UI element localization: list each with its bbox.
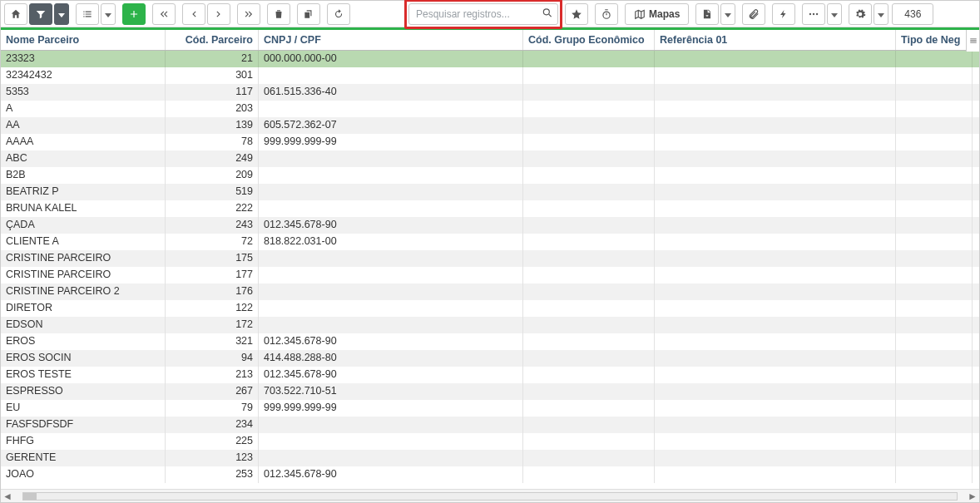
table-row[interactable]: CRISTINE PARCEIRO 2176 <box>1 284 979 300</box>
export-dropdown[interactable] <box>720 3 735 25</box>
table-row[interactable]: EROS SOCIN94414.488.288-80 <box>1 350 979 367</box>
scroll-left-arrow[interactable]: ◄ <box>2 491 12 501</box>
cell-nome: DIRETOR <box>1 300 166 317</box>
first-page-button[interactable] <box>152 3 176 25</box>
table-row[interactable]: GERENTE123 <box>1 450 979 466</box>
bolt-icon <box>779 8 789 20</box>
last-page-button[interactable] <box>237 3 260 25</box>
cell-tipo <box>896 350 973 367</box>
cell-cnpj <box>259 167 523 184</box>
scroll-right-arrow[interactable]: ► <box>968 491 978 501</box>
cell-cod: 225 <box>166 433 259 450</box>
cell-nome: CLIENTE A <box>1 234 166 250</box>
table-container: Nome Parceiro Cód. Parceiro CNPJ / CPF C… <box>1 30 979 489</box>
cell-ref <box>655 350 896 367</box>
prev-button[interactable] <box>182 3 205 25</box>
table-row[interactable]: ÇADA243012.345.678-90 <box>1 217 979 234</box>
table-row[interactable]: A203 <box>1 101 979 117</box>
table-row[interactable]: EU79999.999.999-99 <box>1 400 979 417</box>
table-row[interactable]: ABC249 <box>1 150 979 167</box>
col-cod[interactable]: Cód. Parceiro <box>166 30 259 50</box>
cell-nome: 32342432 <box>1 67 166 84</box>
table-row[interactable]: EROS TESTE213012.345.678-90 <box>1 367 979 383</box>
horizontal-scrollbar[interactable]: ◄ ► <box>1 489 979 502</box>
cell-cnpj: 000.000.000-00 <box>259 51 523 67</box>
table-row[interactable]: AAAA78999.999.999-99 <box>1 134 979 150</box>
next-button[interactable] <box>207 3 230 25</box>
cell-nome: 23323 <box>1 51 166 67</box>
cell-tipo <box>896 117 973 134</box>
table-row[interactable]: JOAO253012.345.678-90 <box>1 466 979 483</box>
table-row[interactable]: DIRETOR122 <box>1 300 979 317</box>
cell-cod: 175 <box>166 250 259 267</box>
table-row[interactable]: 5353117061.515.336-40 <box>1 84 979 101</box>
more-button[interactable] <box>802 3 825 25</box>
cell-nome: ÇADA <box>1 217 166 234</box>
record-count: 436 <box>892 3 933 25</box>
column-menu-button[interactable] <box>966 30 979 52</box>
cell-grupo <box>523 167 655 184</box>
cell-tipo <box>896 134 973 150</box>
cell-grupo <box>523 84 655 101</box>
col-cnpj[interactable]: CNPJ / CPF <box>259 30 523 50</box>
settings-dropdown[interactable] <box>874 3 888 25</box>
table-row[interactable]: FASFSDFSDF234 <box>1 417 979 433</box>
table-row[interactable]: 2332321000.000.000-00 <box>1 51 979 67</box>
gear-icon <box>854 8 866 20</box>
table-row[interactable]: EROS321012.345.678-90 <box>1 333 979 350</box>
cell-grupo <box>523 383 655 400</box>
col-tipo[interactable]: Tipo de Neg <box>896 30 973 50</box>
cell-cod: 267 <box>166 383 259 400</box>
favorite-button[interactable] <box>565 3 588 25</box>
maps-button[interactable]: Mapas <box>625 3 689 25</box>
table-body[interactable]: 2332321000.000.000-003234243230153531170… <box>1 51 979 488</box>
filter-button[interactable] <box>29 3 52 25</box>
cell-cnpj: 061.515.336-40 <box>259 84 523 101</box>
table-row[interactable]: EDSON172 <box>1 317 979 333</box>
table-row[interactable]: BRUNA KALEL222 <box>1 200 979 217</box>
cell-cod: 79 <box>166 400 259 417</box>
copy-button[interactable] <box>297 3 320 25</box>
export-button[interactable] <box>695 3 719 25</box>
add-button[interactable] <box>122 3 146 25</box>
cell-ref <box>655 184 896 200</box>
list-button[interactable] <box>76 3 99 25</box>
home-button[interactable] <box>4 3 27 25</box>
table-row[interactable]: CRISTINE PARCEIRO177 <box>1 267 979 284</box>
chevron-double-left-icon <box>158 8 170 20</box>
table-row[interactable]: ESPRESSO267703.522.710-51 <box>1 383 979 400</box>
table-row[interactable]: AA139605.572.362-07 <box>1 117 979 134</box>
filter-dropdown[interactable] <box>54 3 69 25</box>
cell-cnpj: 012.345.678-90 <box>259 217 523 234</box>
col-nome[interactable]: Nome Parceiro <box>1 30 166 50</box>
timer-button[interactable] <box>595 3 618 25</box>
delete-button[interactable] <box>267 3 290 25</box>
col-ref[interactable]: Referência 01 <box>655 30 896 50</box>
cell-nome: EROS <box>1 333 166 350</box>
cell-grupo <box>523 134 655 150</box>
col-grupo[interactable]: Cód. Grupo Econômico <box>523 30 655 50</box>
chevron-left-icon <box>188 8 200 20</box>
table-row[interactable]: B2B209 <box>1 167 979 184</box>
search-input[interactable] <box>408 3 558 25</box>
cell-cod: 177 <box>166 267 259 284</box>
cell-tipo <box>896 200 973 217</box>
cell-cod: 123 <box>166 450 259 466</box>
refresh-button[interactable] <box>327 3 350 25</box>
list-dropdown[interactable] <box>101 3 116 25</box>
table-row[interactable]: 32342432301 <box>1 67 979 84</box>
table-row[interactable]: FHFG225 <box>1 433 979 450</box>
settings-button[interactable] <box>849 3 872 25</box>
attach-button[interactable] <box>742 3 765 25</box>
table-row[interactable]: CRISTINE PARCEIRO175 <box>1 250 979 267</box>
cell-cod: 243 <box>166 217 259 234</box>
scroll-thumb[interactable] <box>23 493 37 500</box>
table-row[interactable]: BEATRIZ P519 <box>1 184 979 200</box>
scroll-track[interactable] <box>22 492 958 501</box>
actions-button[interactable] <box>772 3 795 25</box>
cell-nome: A <box>1 101 166 117</box>
more-dropdown[interactable] <box>827 3 842 25</box>
table-row[interactable]: CLIENTE A72818.822.031-00 <box>1 234 979 250</box>
cell-ref <box>655 284 896 300</box>
cell-grupo <box>523 367 655 383</box>
